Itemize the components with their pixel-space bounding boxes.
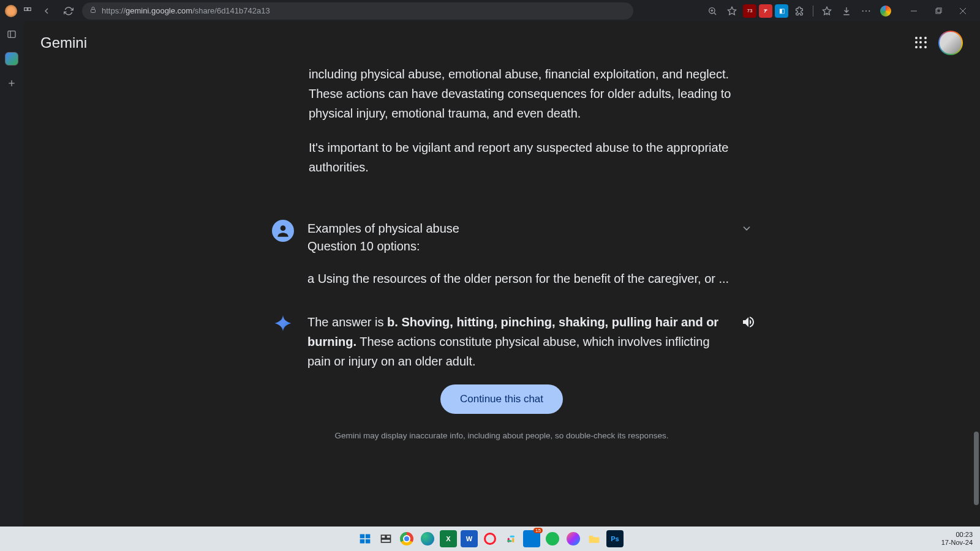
lock-icon bbox=[89, 6, 97, 15]
svg-point-19 bbox=[281, 225, 286, 231]
svg-rect-11 bbox=[937, 8, 941, 12]
close-button[interactable] bbox=[951, 2, 975, 20]
pinned-tab-icon[interactable] bbox=[5, 52, 18, 66]
account-avatar[interactable] bbox=[938, 31, 963, 55]
new-tab-button[interactable] bbox=[5, 77, 18, 90]
extension-adblock-icon[interactable] bbox=[759, 4, 772, 18]
google-apps-icon[interactable] bbox=[915, 37, 927, 49]
extensions-menu-icon[interactable] bbox=[791, 2, 808, 20]
svg-rect-30 bbox=[507, 540, 512, 542]
assistant-response-paragraph: It's important to be vigilant and report… bbox=[272, 138, 731, 177]
extension-ublock-icon[interactable]: 73 bbox=[743, 4, 756, 18]
svg-rect-0 bbox=[24, 7, 28, 10]
taskbar-edge-icon[interactable] bbox=[419, 530, 436, 547]
continue-chat-button[interactable]: Continue this chat bbox=[440, 384, 563, 414]
user-message: Examples of physical abuse Question 10 o… bbox=[272, 220, 731, 288]
svg-rect-21 bbox=[366, 534, 371, 539]
user-message-line: a Using the resources of the older perso… bbox=[307, 270, 731, 288]
taskbar-opera-icon[interactable] bbox=[481, 530, 499, 547]
back-button[interactable] bbox=[38, 2, 55, 20]
svg-rect-20 bbox=[360, 534, 365, 539]
tab-actions-icon[interactable] bbox=[5, 28, 18, 41]
svg-rect-2 bbox=[91, 10, 96, 13]
taskbar-photoshop-icon[interactable]: Ps bbox=[606, 530, 624, 547]
favorite-icon[interactable] bbox=[723, 2, 741, 20]
refresh-button[interactable] bbox=[60, 2, 77, 20]
taskbar-spotify-icon[interactable] bbox=[544, 530, 561, 547]
zoom-icon[interactable] bbox=[704, 2, 721, 20]
address-bar[interactable]: https://gemini.google.com/share/6d141b74… bbox=[82, 2, 633, 20]
taskbar-slack-icon[interactable] bbox=[502, 530, 519, 547]
user-avatar-icon bbox=[272, 220, 294, 242]
copilot-icon[interactable] bbox=[877, 2, 894, 20]
system-clock[interactable]: 00:23 17-Nov-24 bbox=[941, 531, 973, 547]
assistant-message: The answer is b. Shoving, hitting, pinch… bbox=[272, 312, 731, 371]
speaker-icon[interactable] bbox=[741, 315, 756, 332]
svg-rect-24 bbox=[382, 535, 386, 538]
favorites-bar-icon[interactable] bbox=[818, 2, 835, 20]
svg-rect-28 bbox=[510, 536, 515, 538]
taskbar-explorer-icon[interactable] bbox=[586, 530, 603, 547]
svg-rect-12 bbox=[935, 9, 940, 13]
svg-rect-25 bbox=[386, 535, 391, 538]
taskbar-app-icon[interactable]: 15 bbox=[523, 530, 540, 547]
taskbar-word-icon[interactable]: W bbox=[461, 530, 478, 547]
downloads-icon[interactable] bbox=[838, 2, 855, 20]
more-icon[interactable]: ⋯ bbox=[858, 2, 875, 20]
svg-rect-23 bbox=[366, 539, 371, 544]
maximize-button[interactable] bbox=[926, 2, 951, 20]
disclaimer-text: Gemini may display inaccurate info, incl… bbox=[272, 431, 731, 440]
minimize-button[interactable] bbox=[902, 2, 926, 20]
user-message-line: Examples of physical abuse bbox=[307, 220, 731, 238]
browser-profile-avatar[interactable] bbox=[5, 5, 17, 17]
url-text: https://gemini.google.com/share/6d141b74… bbox=[102, 6, 270, 15]
svg-rect-15 bbox=[8, 31, 15, 38]
taskbar-taskview-icon[interactable] bbox=[377, 530, 394, 547]
taskbar-messenger-icon[interactable] bbox=[565, 530, 582, 547]
svg-marker-7 bbox=[728, 7, 736, 15]
assistant-response-paragraph: including physical abuse, emotional abus… bbox=[272, 64, 731, 123]
scrollbar-thumb[interactable] bbox=[974, 432, 979, 505]
taskbar-start-icon[interactable] bbox=[356, 530, 374, 547]
user-message-line: Question 10 options: bbox=[307, 238, 731, 255]
extension-translate-icon[interactable]: ◧ bbox=[775, 4, 788, 18]
assistant-response-text: The answer is b. Shoving, hitting, pinch… bbox=[307, 312, 731, 371]
divider bbox=[813, 6, 813, 17]
gemini-spark-icon bbox=[272, 312, 294, 334]
svg-rect-1 bbox=[28, 7, 31, 10]
taskbar-excel-icon[interactable]: X bbox=[440, 530, 457, 547]
svg-line-6 bbox=[714, 12, 716, 14]
taskbar-chrome-icon[interactable] bbox=[398, 530, 415, 547]
svg-rect-29 bbox=[512, 538, 514, 543]
chevron-down-icon[interactable] bbox=[741, 222, 753, 237]
gemini-logo[interactable]: Gemini bbox=[40, 34, 87, 51]
svg-rect-26 bbox=[382, 539, 391, 542]
workspaces-icon[interactable] bbox=[22, 6, 33, 17]
svg-rect-22 bbox=[360, 539, 365, 544]
